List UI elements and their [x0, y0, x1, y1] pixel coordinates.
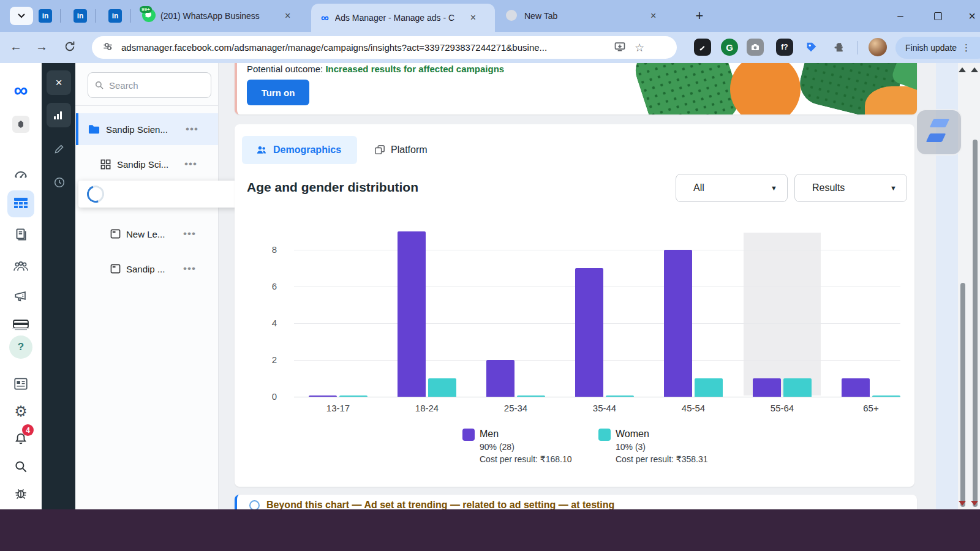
demographics-card: Demographics Platform Age and gender dis… — [235, 124, 914, 487]
camera-extension-icon[interactable] — [747, 39, 764, 56]
credit-card-icon — [12, 318, 29, 331]
window-restore-button[interactable] — [929, 7, 947, 24]
bar-women-45-54[interactable] — [695, 378, 723, 397]
search-input[interactable] — [88, 72, 211, 98]
edit-tool-button[interactable] — [53, 142, 66, 158]
window-close-button[interactable]: × — [963, 7, 980, 24]
reload-button[interactable] — [63, 40, 77, 56]
row-menu-kebab-icon[interactable]: ••• — [184, 158, 197, 170]
tab-title: Ads Manager - Manage ads - C — [335, 13, 467, 23]
sidebar-item-ads-promo[interactable] — [9, 283, 33, 308]
row-menu-kebab-icon[interactable]: ••• — [183, 263, 196, 275]
sidebar-item-pages[interactable] — [9, 222, 33, 247]
legend-men-share: 90% (28) — [480, 442, 572, 452]
close-panel-button[interactable]: × — [47, 70, 71, 95]
tab-platform[interactable]: Platform — [368, 136, 448, 164]
meta-logo[interactable]: ∞ — [9, 78, 33, 102]
bar-women-35-44[interactable] — [606, 395, 634, 397]
font-extension-icon[interactable]: f? — [776, 39, 793, 56]
page-scroll-up-arrow[interactable] — [971, 67, 978, 72]
bar-men-25-34[interactable] — [486, 360, 514, 397]
finish-update-label: Finish update — [905, 43, 957, 53]
bar-women-18-24[interactable] — [428, 378, 456, 397]
sidebar-item-billing[interactable] — [9, 312, 33, 337]
metric-dropdown-value: Results — [812, 182, 845, 193]
bar-women-13-17[interactable] — [339, 395, 368, 397]
tag-extension-icon[interactable] — [803, 39, 820, 56]
sidebar-item-overview[interactable] — [9, 162, 33, 187]
bar-men-13-17[interactable] — [309, 395, 337, 397]
profile-avatar[interactable] — [869, 38, 887, 56]
campaigns-table-icon — [13, 197, 28, 211]
address-bar[interactable]: adsmanager.facebook.com/adsmanager/manag… — [92, 36, 677, 59]
tab-close-icon[interactable]: × — [650, 11, 656, 21]
bar-men-45-54[interactable] — [664, 250, 692, 397]
adset-group-row[interactable]: Sandip Sci... ••• — [76, 149, 218, 179]
site-settings-icon[interactable] — [102, 40, 114, 55]
bar-men-65+[interactable] — [842, 378, 870, 397]
campaign-row-selected[interactable]: Sandip Scien... ••• — [76, 113, 218, 145]
new-tab-button[interactable]: + — [691, 7, 708, 24]
url-text[interactable]: adsmanager.facebook.com/adsmanager/manag… — [121, 42, 611, 53]
sidebar-item-campaigns-selected[interactable] — [7, 190, 34, 217]
window-minimize-button[interactable]: – — [891, 7, 910, 24]
toolbar-separator — [858, 41, 858, 54]
turn-on-button[interactable]: Turn on — [247, 80, 309, 105]
extensions-puzzle-icon[interactable] — [831, 39, 848, 56]
finish-update-button[interactable]: Finish update ⋮ — [895, 37, 980, 59]
tab-demographics[interactable]: Demographics — [242, 136, 357, 164]
tab-whatsapp-business[interactable]: 99+ (201) WhatsApp Business × — [140, 5, 308, 27]
browser-menu-kebab-icon[interactable]: ⋮ — [962, 42, 971, 53]
pinned-tab-linkedin-2[interactable]: in — [74, 9, 87, 23]
inner-scroll-up-arrow[interactable] — [959, 67, 966, 72]
sidebar-search-button[interactable] — [9, 454, 33, 479]
bar-women-25-34[interactable] — [517, 395, 545, 397]
bar-men-18-24[interactable] — [398, 231, 426, 397]
grid-icon — [100, 159, 111, 170]
page-scrollbar-thumb[interactable] — [973, 140, 978, 507]
recommendation-banner-card: Potential outcome: Increased results for… — [235, 63, 917, 114]
notifications-bell[interactable]: 4 — [9, 427, 33, 451]
campaign-label: Sandip Scien... — [106, 124, 186, 135]
meta-logo-glyph: ∞ — [14, 79, 28, 102]
bar-men-35-44[interactable] — [575, 268, 603, 397]
pinned-tab-linkedin-1[interactable]: in — [39, 9, 52, 23]
bar-women-65+[interactable] — [872, 395, 900, 397]
tab-new-tab[interactable]: New Tab × — [502, 5, 680, 27]
bar-women-55-64[interactable] — [783, 378, 812, 397]
bookmark-star-icon[interactable]: ☆ — [635, 41, 644, 54]
back-button[interactable]: ← — [10, 40, 22, 54]
help-button[interactable]: ? — [9, 335, 32, 359]
screen-capture-widget[interactable] — [916, 109, 962, 156]
chevron-down-icon: ▼ — [890, 184, 897, 192]
grammarly-extension-icon[interactable]: G — [721, 39, 738, 56]
women-swatch-icon — [598, 429, 611, 441]
forward-button[interactable]: → — [36, 40, 48, 54]
content-scrollbar-thumb[interactable] — [960, 283, 965, 507]
send-to-device-icon[interactable] — [614, 40, 626, 55]
row-menu-kebab-icon[interactable]: ••• — [183, 228, 196, 240]
settings-gear-icon[interactable]: ⚙ — [9, 399, 33, 424]
sidebar-item-reports[interactable] — [9, 372, 33, 396]
sidebar-item-audiences[interactable] — [9, 254, 33, 279]
campaign-search[interactable] — [88, 72, 211, 98]
charts-tool-button[interactable] — [47, 103, 71, 127]
ad-row[interactable]: New Le... ••• — [76, 219, 218, 249]
inner-scroll-down-arrow[interactable] — [959, 501, 966, 506]
tab-close-icon[interactable]: × — [470, 13, 476, 23]
bar-men-55-64[interactable] — [753, 378, 781, 397]
row-menu-kebab-icon[interactable]: ••• — [186, 123, 198, 135]
report-bug-button[interactable] — [9, 481, 33, 506]
pen-extension-icon[interactable] — [694, 39, 711, 56]
breakdown-dropdown[interactable]: All ▼ — [676, 174, 788, 202]
history-tool-button[interactable] — [53, 176, 66, 192]
page-scroll-down-arrow[interactable] — [971, 501, 978, 506]
tab-ads-manager-active[interactable]: ∞ Ads Manager - Manage ads - C × — [311, 4, 495, 32]
tab-close-icon[interactable]: × — [285, 11, 290, 21]
metric-dropdown[interactable]: Results ▼ — [794, 174, 907, 202]
ad-row[interactable]: Sandip ... ••• — [76, 254, 218, 283]
business-logo[interactable] — [9, 112, 33, 137]
chevron-down-icon: ▼ — [771, 184, 777, 192]
pinned-tab-linkedin-3[interactable]: in — [108, 9, 122, 23]
tab-search-button[interactable] — [10, 7, 33, 25]
